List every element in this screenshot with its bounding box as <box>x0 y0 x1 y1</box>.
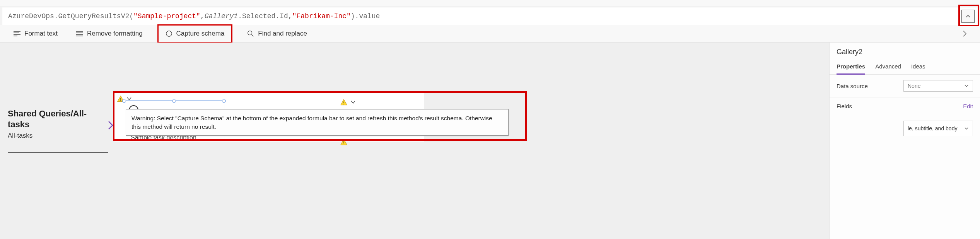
canvas-area[interactable]: Shared Queries/All- tasks All-tasks Samp… <box>0 43 829 239</box>
formula-bar[interactable]: AzureDevOps.GetQueryResultsV2("Sample-pr… <box>2 7 978 25</box>
formula-selected: .Selected.Id, <box>238 12 292 20</box>
layout-row: le, subtitle, and body <box>830 115 980 142</box>
left-title: Shared Queries/All- tasks <box>8 108 108 130</box>
data-source-select[interactable]: None <box>903 80 973 92</box>
find-replace-button[interactable]: Find and replace <box>243 27 311 40</box>
data-source-label: Data source <box>837 83 868 89</box>
fields-row: Fields Edit <box>830 97 980 115</box>
format-text-button[interactable]: Format text <box>10 27 61 40</box>
collapse-formula-button[interactable] <box>961 10 975 23</box>
data-source-value: None <box>908 83 920 89</box>
remove-formatting-icon <box>76 30 83 37</box>
edit-fields-link[interactable]: Edit <box>963 103 973 109</box>
warning-icon <box>340 99 348 106</box>
data-source-row: Data source None <box>830 75 980 97</box>
remove-formatting-button[interactable]: Remove formatting <box>72 27 147 40</box>
tab-advanced[interactable]: Advanced <box>875 60 901 74</box>
chevron-down-icon <box>964 126 969 131</box>
top-bar <box>0 0 980 7</box>
svg-point-1 <box>248 31 252 35</box>
layout-select[interactable]: le, subtitle, and body <box>903 121 973 136</box>
find-replace-label: Find and replace <box>258 30 307 38</box>
tab-properties[interactable]: Properties <box>837 60 865 74</box>
svg-point-2 <box>120 100 121 101</box>
svg-point-0 <box>166 31 171 36</box>
capture-schema-button[interactable]: Capture schema <box>157 24 233 43</box>
left-gallery-item[interactable]: Shared Queries/All- tasks All-tasks <box>8 108 108 140</box>
formula-str2: "Fabrikam-Inc" <box>292 12 351 20</box>
divider <box>8 152 108 153</box>
toolbar-more-button[interactable] <box>959 28 970 39</box>
resize-handle[interactable] <box>222 99 226 103</box>
svg-point-3 <box>343 104 344 104</box>
formula-after: ).value <box>351 12 380 20</box>
chevron-up-icon <box>965 13 971 20</box>
tab-ideas[interactable]: Ideas <box>911 60 925 74</box>
formula-text[interactable]: AzureDevOps.GetQueryResultsV2("Sample-pr… <box>8 12 961 20</box>
tabs-bar: Properties Advanced Ideas <box>830 60 980 75</box>
layout-value: le, subtitle, and body <box>908 125 957 131</box>
chevron-down-icon[interactable] <box>350 98 356 107</box>
chevron-right-icon[interactable] <box>107 120 114 133</box>
formula-toolbar: Format text Remove formatting Capture sc… <box>0 25 980 43</box>
remove-formatting-label: Remove formatting <box>87 30 143 38</box>
chevron-right-icon <box>962 29 967 38</box>
properties-panel: Gallery2 Properties Advanced Ideas Data … <box>829 43 980 239</box>
resize-handle[interactable] <box>122 99 126 103</box>
warning-tooltip: Warning: Select "Capture Schema" at the … <box>126 109 509 136</box>
chevron-down-icon <box>964 84 969 88</box>
formula-str1: "Sample-project" <box>133 12 200 20</box>
panel-title: Gallery2 <box>830 43 980 60</box>
formula-fn: AzureDevOps.GetQueryResultsV2( <box>8 12 133 20</box>
main-area: Shared Queries/All- tasks All-tasks Samp… <box>0 43 980 239</box>
left-title-line2: tasks <box>8 120 29 129</box>
format-text-label: Format text <box>24 30 58 38</box>
formula-comma: , <box>200 12 205 20</box>
search-icon <box>247 30 254 37</box>
capture-schema-label: Capture schema <box>176 30 225 38</box>
capture-schema-icon <box>166 30 172 37</box>
formula-gallery-ref: Gallery1 <box>205 12 238 20</box>
svg-point-4 <box>343 143 344 144</box>
format-text-icon <box>14 30 20 37</box>
left-title-line1: Shared Queries/All- <box>8 109 87 118</box>
fields-label: Fields <box>837 103 852 109</box>
warning-icon <box>340 138 348 146</box>
left-subtitle: All-tasks <box>8 132 108 140</box>
resize-handle[interactable] <box>172 99 176 103</box>
